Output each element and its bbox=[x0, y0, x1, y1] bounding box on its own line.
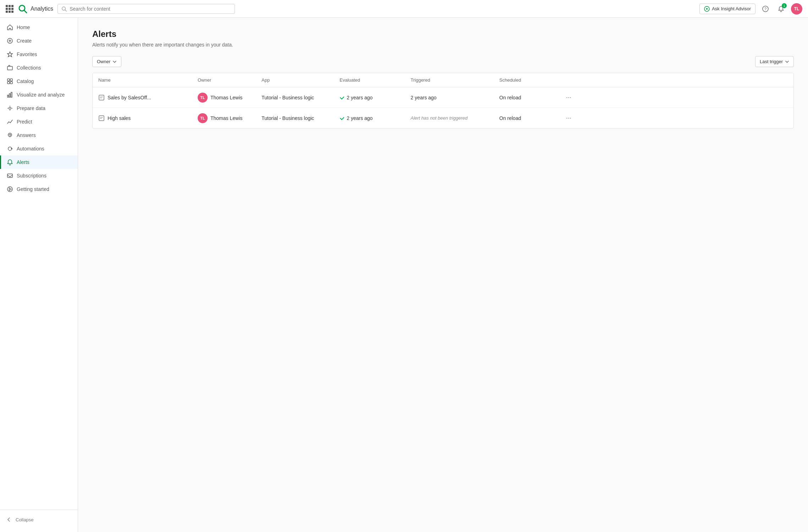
owner-avatar-2: TL bbox=[198, 113, 208, 123]
row2-scheduled: On reload bbox=[494, 110, 557, 126]
notifications-button[interactable]: 1 bbox=[775, 3, 787, 15]
svg-rect-27 bbox=[99, 95, 104, 100]
svg-rect-16 bbox=[10, 82, 12, 84]
col-owner: Owner bbox=[192, 73, 256, 87]
row1-app: Tutorial - Business logic bbox=[256, 90, 334, 105]
svg-rect-30 bbox=[99, 116, 104, 121]
getting-started-icon bbox=[7, 186, 13, 192]
svg-point-20 bbox=[9, 107, 11, 109]
row2-app: Tutorial - Business logic bbox=[256, 110, 334, 126]
sidebar-item-alerts[interactable]: Alerts bbox=[0, 155, 78, 169]
row2-name: High sales bbox=[93, 110, 192, 126]
alert-row-icon-2 bbox=[98, 115, 105, 121]
col-actions bbox=[557, 73, 579, 87]
sidebar: Home Create Favorites Collections bbox=[0, 18, 78, 532]
table-header: Name Owner App Evaluated Triggered Sched… bbox=[93, 73, 793, 87]
star-icon bbox=[7, 51, 13, 57]
svg-rect-13 bbox=[7, 79, 10, 81]
app-name: Analytics bbox=[31, 6, 53, 12]
row2-owner: TL Thomas Lewis bbox=[192, 108, 256, 128]
topbar-right: Ask Insight Advisor ? 1 TL bbox=[699, 3, 802, 15]
alerts-table: Name Owner App Evaluated Triggered Sched… bbox=[92, 73, 794, 128]
sidebar-collapse-button[interactable]: Collapse bbox=[0, 513, 78, 526]
subscriptions-icon bbox=[7, 172, 13, 179]
create-icon bbox=[7, 38, 13, 44]
table-row: High sales TL Thomas Lewis Tutorial - Bu… bbox=[93, 108, 793, 128]
last-trigger-button[interactable]: Last trigger bbox=[755, 56, 794, 67]
search-input[interactable] bbox=[70, 6, 231, 12]
app-layout: Analytics Ask Insight Advisor bbox=[0, 0, 808, 532]
sidebar-item-predict[interactable]: Predict bbox=[0, 115, 78, 128]
row1-evaluated: 2 years ago bbox=[334, 90, 405, 105]
sidebar-item-subscriptions[interactable]: Subscriptions bbox=[0, 169, 78, 182]
help-button[interactable]: ? bbox=[760, 3, 771, 15]
row1-name: Sales by SalesOff... bbox=[93, 89, 192, 106]
alerts-icon bbox=[7, 159, 13, 165]
insight-advisor-button[interactable]: Ask Insight Advisor bbox=[699, 4, 755, 14]
svg-rect-19 bbox=[11, 92, 12, 97]
svg-marker-26 bbox=[9, 188, 11, 191]
svg-line-4 bbox=[65, 10, 66, 11]
row2-actions: ··· bbox=[557, 108, 579, 128]
sidebar-item-answers[interactable]: Answers bbox=[0, 128, 78, 142]
sidebar-bottom: Collapse bbox=[0, 510, 78, 532]
svg-rect-14 bbox=[10, 79, 12, 81]
topbar-left: Analytics bbox=[6, 3, 53, 15]
sidebar-item-home[interactable]: Home bbox=[0, 21, 78, 34]
svg-rect-18 bbox=[9, 94, 10, 97]
sidebar-nav: Home Create Favorites Collections bbox=[0, 18, 78, 510]
row2-triggered: Alert has not been triggered bbox=[405, 110, 494, 126]
svg-point-23 bbox=[11, 148, 12, 149]
owner-filter-button[interactable]: Owner bbox=[92, 56, 121, 67]
qlik-logo[interactable]: Analytics bbox=[17, 3, 53, 15]
notification-badge: 1 bbox=[782, 3, 787, 8]
svg-rect-17 bbox=[7, 95, 9, 97]
row2-more-button[interactable]: ··· bbox=[563, 113, 574, 123]
row1-triggered: 2 years ago bbox=[405, 90, 494, 105]
search-icon bbox=[61, 6, 67, 12]
row1-more-button[interactable]: ··· bbox=[563, 92, 574, 103]
col-scheduled: Scheduled bbox=[494, 73, 557, 87]
col-name: Name bbox=[93, 73, 192, 87]
svg-marker-11 bbox=[7, 52, 12, 57]
chart-icon bbox=[7, 92, 13, 98]
svg-point-22 bbox=[10, 137, 10, 137]
row1-actions: ··· bbox=[557, 87, 579, 108]
chevron-down-icon bbox=[112, 60, 117, 64]
filters-row: Owner Last trigger bbox=[92, 56, 794, 67]
catalog-icon bbox=[7, 78, 13, 84]
page-title: Alerts bbox=[92, 29, 794, 39]
prepare-icon bbox=[7, 105, 13, 111]
row1-scheduled: On reload bbox=[494, 90, 557, 105]
svg-rect-12 bbox=[7, 66, 12, 70]
collections-icon bbox=[7, 65, 13, 71]
col-app: App bbox=[256, 73, 334, 87]
sidebar-item-automations[interactable]: Automations bbox=[0, 142, 78, 155]
answers-icon bbox=[7, 132, 13, 138]
sidebar-item-prepare[interactable]: Prepare data bbox=[0, 102, 78, 115]
sidebar-item-favorites[interactable]: Favorites bbox=[0, 48, 78, 61]
check-icon-2 bbox=[340, 116, 345, 121]
col-triggered: Triggered bbox=[405, 73, 494, 87]
check-icon bbox=[340, 95, 345, 100]
sidebar-item-create[interactable]: Create bbox=[0, 34, 78, 48]
grid-menu-icon[interactable] bbox=[6, 5, 13, 13]
sidebar-item-getting-started[interactable]: Getting started bbox=[0, 182, 78, 196]
sidebar-item-visualize[interactable]: Visualize and analyze bbox=[0, 88, 78, 102]
row1-owner: TL Thomas Lewis bbox=[192, 88, 256, 108]
user-avatar[interactable]: TL bbox=[791, 3, 802, 15]
home-icon bbox=[7, 24, 13, 31]
search-bar bbox=[57, 4, 235, 14]
table-row: Sales by SalesOff... TL Thomas Lewis Tut… bbox=[93, 87, 793, 108]
sidebar-item-catalog[interactable]: Catalog bbox=[0, 75, 78, 88]
search-wrap bbox=[57, 4, 235, 14]
main-layout: Home Create Favorites Collections bbox=[0, 18, 808, 532]
topbar: Analytics Ask Insight Advisor bbox=[0, 0, 808, 18]
predict-icon bbox=[7, 119, 13, 125]
page-description: Alerts notify you when there are importa… bbox=[92, 42, 794, 48]
help-icon: ? bbox=[762, 6, 769, 12]
sidebar-item-collections[interactable]: Collections bbox=[0, 61, 78, 75]
automations-icon bbox=[7, 146, 13, 152]
collapse-icon bbox=[6, 516, 12, 523]
chevron-down-icon-2 bbox=[785, 60, 789, 64]
